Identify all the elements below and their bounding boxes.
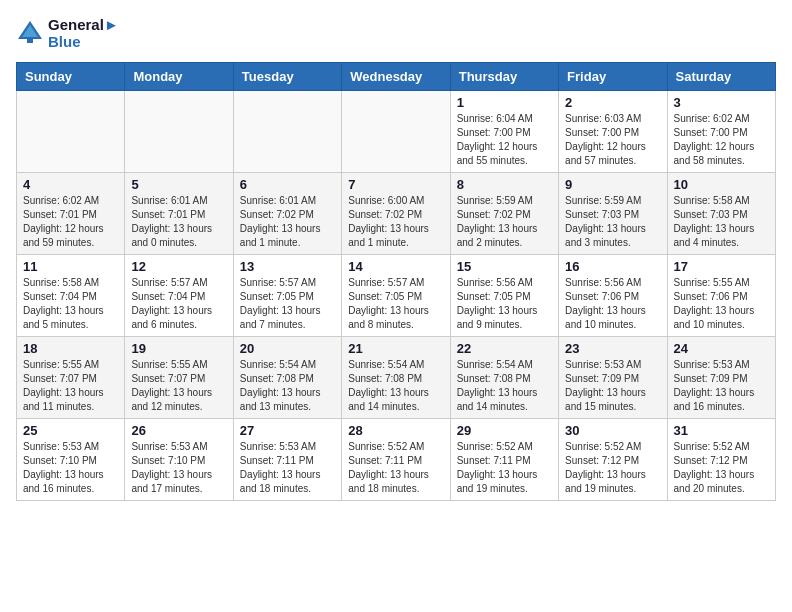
day-number: 9 (565, 177, 660, 192)
day-info: Sunrise: 5:52 AM Sunset: 7:12 PM Dayligh… (674, 440, 769, 496)
day-info: Sunrise: 6:02 AM Sunset: 7:00 PM Dayligh… (674, 112, 769, 168)
day-info: Sunrise: 5:59 AM Sunset: 7:03 PM Dayligh… (565, 194, 660, 250)
day-info: Sunrise: 5:54 AM Sunset: 7:08 PM Dayligh… (348, 358, 443, 414)
day-number: 4 (23, 177, 118, 192)
weekday-header-row: SundayMondayTuesdayWednesdayThursdayFrid… (17, 63, 776, 91)
day-number: 19 (131, 341, 226, 356)
day-info: Sunrise: 6:03 AM Sunset: 7:00 PM Dayligh… (565, 112, 660, 168)
logo-icon (16, 19, 44, 47)
day-info: Sunrise: 5:56 AM Sunset: 7:05 PM Dayligh… (457, 276, 552, 332)
day-number: 12 (131, 259, 226, 274)
day-number: 21 (348, 341, 443, 356)
calendar-day-cell: 22Sunrise: 5:54 AM Sunset: 7:08 PM Dayli… (450, 337, 558, 419)
day-info: Sunrise: 5:55 AM Sunset: 7:07 PM Dayligh… (23, 358, 118, 414)
calendar-day-cell: 18Sunrise: 5:55 AM Sunset: 7:07 PM Dayli… (17, 337, 125, 419)
day-number: 23 (565, 341, 660, 356)
calendar-day-cell: 13Sunrise: 5:57 AM Sunset: 7:05 PM Dayli… (233, 255, 341, 337)
day-info: Sunrise: 5:57 AM Sunset: 7:04 PM Dayligh… (131, 276, 226, 332)
calendar-day-cell: 19Sunrise: 5:55 AM Sunset: 7:07 PM Dayli… (125, 337, 233, 419)
day-info: Sunrise: 5:55 AM Sunset: 7:07 PM Dayligh… (131, 358, 226, 414)
day-number: 18 (23, 341, 118, 356)
day-info: Sunrise: 5:53 AM Sunset: 7:10 PM Dayligh… (23, 440, 118, 496)
calendar-day-cell: 15Sunrise: 5:56 AM Sunset: 7:05 PM Dayli… (450, 255, 558, 337)
calendar-day-cell: 6Sunrise: 6:01 AM Sunset: 7:02 PM Daylig… (233, 173, 341, 255)
day-info: Sunrise: 6:01 AM Sunset: 7:02 PM Dayligh… (240, 194, 335, 250)
day-number: 17 (674, 259, 769, 274)
day-number: 25 (23, 423, 118, 438)
calendar-day-cell: 30Sunrise: 5:52 AM Sunset: 7:12 PM Dayli… (559, 419, 667, 501)
calendar-day-cell: 16Sunrise: 5:56 AM Sunset: 7:06 PM Dayli… (559, 255, 667, 337)
day-number: 3 (674, 95, 769, 110)
calendar-day-cell: 21Sunrise: 5:54 AM Sunset: 7:08 PM Dayli… (342, 337, 450, 419)
day-number: 13 (240, 259, 335, 274)
day-info: Sunrise: 6:00 AM Sunset: 7:02 PM Dayligh… (348, 194, 443, 250)
day-number: 28 (348, 423, 443, 438)
calendar-day-cell: 17Sunrise: 5:55 AM Sunset: 7:06 PM Dayli… (667, 255, 775, 337)
day-info: Sunrise: 5:57 AM Sunset: 7:05 PM Dayligh… (240, 276, 335, 332)
calendar-week-row: 25Sunrise: 5:53 AM Sunset: 7:10 PM Dayli… (17, 419, 776, 501)
day-info: Sunrise: 6:01 AM Sunset: 7:01 PM Dayligh… (131, 194, 226, 250)
logo-text: General► Blue (48, 16, 119, 50)
day-info: Sunrise: 5:52 AM Sunset: 7:11 PM Dayligh… (348, 440, 443, 496)
day-number: 27 (240, 423, 335, 438)
calendar-day-cell (125, 91, 233, 173)
calendar-day-cell: 29Sunrise: 5:52 AM Sunset: 7:11 PM Dayli… (450, 419, 558, 501)
day-number: 1 (457, 95, 552, 110)
day-number: 22 (457, 341, 552, 356)
calendar-day-cell: 26Sunrise: 5:53 AM Sunset: 7:10 PM Dayli… (125, 419, 233, 501)
calendar-day-cell: 10Sunrise: 5:58 AM Sunset: 7:03 PM Dayli… (667, 173, 775, 255)
calendar-day-cell (17, 91, 125, 173)
day-info: Sunrise: 5:54 AM Sunset: 7:08 PM Dayligh… (457, 358, 552, 414)
day-info: Sunrise: 5:53 AM Sunset: 7:10 PM Dayligh… (131, 440, 226, 496)
day-info: Sunrise: 5:56 AM Sunset: 7:06 PM Dayligh… (565, 276, 660, 332)
calendar-day-cell: 11Sunrise: 5:58 AM Sunset: 7:04 PM Dayli… (17, 255, 125, 337)
day-number: 6 (240, 177, 335, 192)
day-info: Sunrise: 6:04 AM Sunset: 7:00 PM Dayligh… (457, 112, 552, 168)
calendar-day-cell: 24Sunrise: 5:53 AM Sunset: 7:09 PM Dayli… (667, 337, 775, 419)
calendar-day-cell: 20Sunrise: 5:54 AM Sunset: 7:08 PM Dayli… (233, 337, 341, 419)
calendar-day-cell: 4Sunrise: 6:02 AM Sunset: 7:01 PM Daylig… (17, 173, 125, 255)
calendar-day-cell (233, 91, 341, 173)
calendar-week-row: 4Sunrise: 6:02 AM Sunset: 7:01 PM Daylig… (17, 173, 776, 255)
weekday-header-friday: Friday (559, 63, 667, 91)
weekday-header-saturday: Saturday (667, 63, 775, 91)
calendar-day-cell: 1Sunrise: 6:04 AM Sunset: 7:00 PM Daylig… (450, 91, 558, 173)
day-number: 7 (348, 177, 443, 192)
calendar-day-cell: 23Sunrise: 5:53 AM Sunset: 7:09 PM Dayli… (559, 337, 667, 419)
calendar-day-cell: 5Sunrise: 6:01 AM Sunset: 7:01 PM Daylig… (125, 173, 233, 255)
calendar-day-cell: 27Sunrise: 5:53 AM Sunset: 7:11 PM Dayli… (233, 419, 341, 501)
day-info: Sunrise: 5:52 AM Sunset: 7:11 PM Dayligh… (457, 440, 552, 496)
calendar-week-row: 1Sunrise: 6:04 AM Sunset: 7:00 PM Daylig… (17, 91, 776, 173)
day-info: Sunrise: 5:53 AM Sunset: 7:09 PM Dayligh… (565, 358, 660, 414)
calendar-day-cell: 31Sunrise: 5:52 AM Sunset: 7:12 PM Dayli… (667, 419, 775, 501)
day-number: 16 (565, 259, 660, 274)
calendar-day-cell: 28Sunrise: 5:52 AM Sunset: 7:11 PM Dayli… (342, 419, 450, 501)
day-number: 26 (131, 423, 226, 438)
day-info: Sunrise: 5:54 AM Sunset: 7:08 PM Dayligh… (240, 358, 335, 414)
day-info: Sunrise: 5:57 AM Sunset: 7:05 PM Dayligh… (348, 276, 443, 332)
calendar-day-cell: 25Sunrise: 5:53 AM Sunset: 7:10 PM Dayli… (17, 419, 125, 501)
day-number: 15 (457, 259, 552, 274)
weekday-header-monday: Monday (125, 63, 233, 91)
day-number: 31 (674, 423, 769, 438)
day-number: 30 (565, 423, 660, 438)
calendar-day-cell: 12Sunrise: 5:57 AM Sunset: 7:04 PM Dayli… (125, 255, 233, 337)
weekday-header-tuesday: Tuesday (233, 63, 341, 91)
day-number: 29 (457, 423, 552, 438)
weekday-header-sunday: Sunday (17, 63, 125, 91)
calendar-week-row: 18Sunrise: 5:55 AM Sunset: 7:07 PM Dayli… (17, 337, 776, 419)
calendar-day-cell: 2Sunrise: 6:03 AM Sunset: 7:00 PM Daylig… (559, 91, 667, 173)
weekday-header-wednesday: Wednesday (342, 63, 450, 91)
calendar-day-cell: 14Sunrise: 5:57 AM Sunset: 7:05 PM Dayli… (342, 255, 450, 337)
calendar-table: SundayMondayTuesdayWednesdayThursdayFrid… (16, 62, 776, 501)
day-number: 10 (674, 177, 769, 192)
calendar-day-cell: 8Sunrise: 5:59 AM Sunset: 7:02 PM Daylig… (450, 173, 558, 255)
day-number: 20 (240, 341, 335, 356)
weekday-header-thursday: Thursday (450, 63, 558, 91)
day-number: 5 (131, 177, 226, 192)
day-info: Sunrise: 5:55 AM Sunset: 7:06 PM Dayligh… (674, 276, 769, 332)
logo: General► Blue (16, 16, 119, 50)
day-number: 24 (674, 341, 769, 356)
day-info: Sunrise: 5:53 AM Sunset: 7:11 PM Dayligh… (240, 440, 335, 496)
day-info: Sunrise: 5:52 AM Sunset: 7:12 PM Dayligh… (565, 440, 660, 496)
